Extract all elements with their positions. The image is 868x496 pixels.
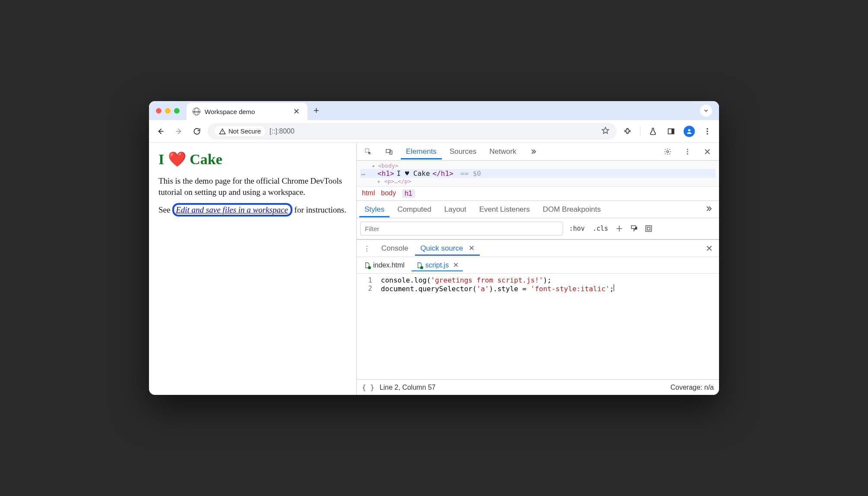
styles-tabs: Styles Computed Layout Event Listeners D… [357, 201, 719, 218]
close-devtools-button[interactable] [698, 144, 716, 159]
browser-tab[interactable]: Workspace demo ✕ [187, 103, 307, 120]
maximize-window-button[interactable] [174, 108, 180, 114]
code-seg: ); [543, 276, 551, 284]
code-str: 'greetings from script.js!' [431, 276, 543, 284]
subtab-computed[interactable]: Computed [392, 202, 436, 217]
drawer-tab-quick-source[interactable]: Quick source ✕ [415, 241, 480, 256]
link-highlight: Edit and save files in a workspace [172, 203, 292, 216]
hov-toggle[interactable]: :hov [567, 224, 586, 233]
subtab-dom-breakpoints[interactable]: DOM Breakpoints [538, 202, 606, 217]
paint-icon [630, 224, 638, 233]
devtools-drawer: ⋮ Console Quick source ✕ ✕ index.htm [357, 239, 719, 395]
svg-rect-14 [646, 226, 652, 231]
line-number: 1 [357, 276, 372, 284]
titlebar: Workspace demo ✕ + [149, 101, 719, 120]
drawer-menu-button[interactable]: ⋮ [359, 243, 374, 254]
page-paragraph-2: See Edit and save files in a workspace f… [158, 204, 347, 216]
crumb-html[interactable]: html [362, 189, 375, 198]
reload-button[interactable] [190, 124, 204, 139]
tutorial-link[interactable]: Edit and save files in a workspace [176, 205, 288, 214]
p2-after: for instructions. [292, 205, 346, 214]
tab-sources[interactable]: Sources [444, 144, 482, 159]
address-bar[interactable]: Not Secure [::]:8000 [208, 123, 617, 140]
person-icon [686, 128, 693, 135]
paint-button[interactable] [629, 223, 639, 234]
more-tabs-button[interactable] [524, 144, 542, 159]
file-tabs: index.html script.js ✕ [357, 257, 719, 273]
security-chip[interactable]: Not Secure [215, 126, 265, 136]
styles-filter-input[interactable] [360, 222, 563, 235]
drawer-tabs: ⋮ Console Quick source ✕ ✕ [357, 240, 719, 257]
tab-network[interactable]: Network [484, 144, 521, 159]
arrow-left-icon [156, 127, 165, 136]
rendered-page: I ❤️ Cake This is the demo page for the … [149, 143, 356, 395]
svg-rect-15 [647, 227, 650, 230]
file-tab-script[interactable]: script.js ✕ [412, 259, 463, 271]
code-editor[interactable]: 1 2 console.log('greetings from script.j… [357, 273, 719, 379]
dom-breadcrumb: html body h1 [357, 187, 719, 201]
svg-point-10 [687, 149, 688, 150]
chevron-down-icon [703, 108, 709, 114]
file-tab-index-label: index.html [373, 261, 405, 269]
file-icon [416, 262, 423, 269]
inspect-icon [364, 148, 372, 156]
back-button[interactable] [153, 124, 168, 139]
coverage-status: Coverage: n/a [670, 384, 714, 391]
reload-icon [193, 127, 201, 136]
devtools-menu-button[interactable] [678, 144, 697, 159]
close-window-button[interactable] [156, 108, 162, 114]
tab-search-button[interactable] [700, 105, 712, 117]
new-style-button[interactable] [614, 223, 624, 234]
extensions-button[interactable] [620, 124, 635, 139]
forward-button[interactable] [171, 124, 186, 139]
mapped-dot-icon [420, 266, 423, 269]
code-str: 'font-style:italic' [531, 285, 610, 293]
subtab-layout[interactable]: Layout [439, 202, 472, 217]
tab-elements[interactable]: Elements [401, 144, 442, 159]
devtools-main-tabs: Elements Sources Network [357, 143, 719, 161]
inspect-button[interactable] [359, 144, 377, 159]
dom-close-tag: </h1> [433, 169, 453, 178]
close-file-tab-button[interactable]: ✕ [453, 261, 459, 269]
drawer-tab-console[interactable]: Console [376, 242, 413, 255]
settings-button[interactable] [659, 144, 677, 159]
kebab-icon [703, 127, 712, 136]
computed-panel-button[interactable] [643, 223, 654, 234]
line-number: 2 [357, 284, 372, 293]
menu-button[interactable] [700, 124, 715, 139]
subtab-event-listeners[interactable]: Event Listeners [474, 202, 535, 217]
svg-point-9 [667, 150, 669, 153]
cls-toggle[interactable]: .cls [591, 224, 610, 233]
subtab-styles[interactable]: Styles [359, 202, 390, 217]
dom-overflow-button[interactable]: ⋯ [358, 170, 368, 178]
close-drawer-button[interactable]: ✕ [702, 242, 716, 255]
close-tab-button[interactable]: ✕ [291, 107, 301, 116]
side-panel-button[interactable] [664, 124, 678, 139]
svg-rect-13 [631, 226, 636, 229]
window-controls [156, 108, 180, 114]
crumb-h1[interactable]: h1 [402, 189, 415, 198]
page-paragraph-1: This is the demo page for the official C… [158, 175, 347, 197]
p2-before: See [158, 205, 172, 214]
minimize-window-button[interactable] [165, 108, 171, 114]
warning-icon [219, 128, 226, 135]
dom-selected-row[interactable]: <h1>I ♥ Cake</h1> == $0 [360, 169, 716, 178]
code-lines[interactable]: console.log('greetings from script.js!')… [377, 273, 618, 379]
device-mode-button[interactable] [380, 144, 398, 159]
devtools-panel: Elements Sources Network [356, 143, 719, 395]
code-str: 'a' [477, 285, 489, 293]
profile-button[interactable] [682, 124, 697, 139]
format-button[interactable]: { } [362, 383, 374, 391]
cursor-position: Line 2, Column 57 [380, 384, 436, 391]
bookmark-button[interactable] [601, 126, 610, 137]
close-drawer-tab-button[interactable]: ✕ [469, 244, 475, 252]
styles-more-button[interactable] [701, 201, 716, 218]
dom-tree[interactable]: ⋯ ◂ <body> <h1>I ♥ Cake</h1> == $0 ▸ <p>… [357, 161, 719, 187]
labs-button[interactable] [646, 124, 660, 139]
dom-eq: == $0 [460, 169, 481, 178]
crumb-body[interactable]: body [381, 189, 396, 198]
chevrons-right-icon [704, 204, 713, 213]
new-tab-button[interactable]: + [314, 105, 319, 116]
box-icon [644, 224, 653, 233]
file-tab-index[interactable]: index.html [359, 259, 409, 271]
